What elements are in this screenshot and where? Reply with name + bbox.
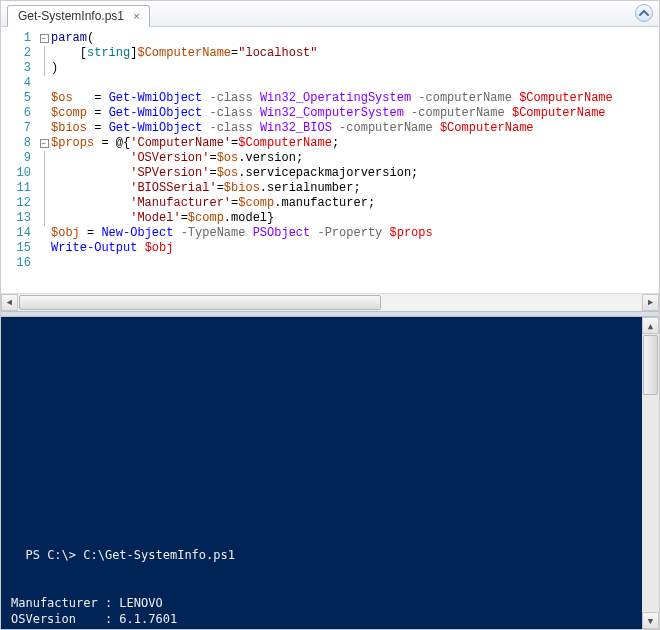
- code-area[interactable]: param( [string]$ComputerName="localhost"…: [51, 27, 659, 293]
- scroll-thumb[interactable]: [19, 295, 381, 310]
- line-number: 4: [1, 76, 37, 91]
- line-number: 15: [1, 241, 37, 256]
- line-number: 5: [1, 91, 37, 106]
- code-line: 'Model'=$comp.model}: [51, 211, 659, 226]
- line-number: 13: [1, 211, 37, 226]
- line-number: 3: [1, 61, 37, 76]
- chevron-up-button[interactable]: [635, 4, 653, 22]
- code-line: 'OSVersion'=$os.version;: [51, 151, 659, 166]
- line-number: 12: [1, 196, 37, 211]
- code-line: 'BIOSSerial'=$bios.serialnumber;: [51, 181, 659, 196]
- fold-toggle-icon[interactable]: −: [40, 139, 49, 148]
- code-line: 'Manufacturer'=$comp.manufacturer;: [51, 196, 659, 211]
- line-number: 8: [1, 136, 37, 151]
- line-number: 10: [1, 166, 37, 181]
- editor-horizontal-scrollbar[interactable]: ◄ ►: [1, 293, 659, 311]
- code-line: $bios = Get-WmiObject -class Win32_BIOS …: [51, 121, 659, 136]
- line-number: 6: [1, 106, 37, 121]
- scroll-up-arrow-icon[interactable]: ▲: [642, 317, 659, 334]
- line-number-gutter: 12345678910111213141516: [1, 27, 37, 293]
- code-line: param(: [51, 31, 659, 46]
- close-icon[interactable]: ×: [130, 10, 143, 23]
- scroll-down-arrow-icon[interactable]: ▼: [642, 612, 659, 629]
- scroll-thumb-vertical[interactable]: [643, 335, 658, 395]
- line-number: 11: [1, 181, 37, 196]
- line-number: 16: [1, 256, 37, 271]
- line-number: 2: [1, 46, 37, 61]
- line-number: 14: [1, 226, 37, 241]
- tab-title: Get-SystemInfo.ps1: [18, 9, 124, 23]
- code-editor[interactable]: 12345678910111213141516 −− param( [strin…: [1, 27, 659, 293]
- scroll-right-arrow-icon[interactable]: ►: [642, 294, 659, 311]
- code-line: $os = Get-WmiObject -class Win32_Operati…: [51, 91, 659, 106]
- chevron-up-icon: [639, 8, 649, 18]
- code-line: [51, 256, 659, 271]
- code-line: $props = @{'ComputerName'=$ComputerName;: [51, 136, 659, 151]
- code-line: [51, 76, 659, 91]
- code-line: $obj = New-Object -TypeName PSObject -Pr…: [51, 226, 659, 241]
- code-line: Write-Output $obj: [51, 241, 659, 256]
- fold-toggle-icon[interactable]: −: [40, 34, 49, 43]
- line-number: 1: [1, 31, 37, 46]
- code-line: $comp = Get-WmiObject -class Win32_Compu…: [51, 106, 659, 121]
- code-line: 'SPVersion'=$os.servicepackmajorversion;: [51, 166, 659, 181]
- line-number: 7: [1, 121, 37, 136]
- scroll-left-arrow-icon[interactable]: ◄: [1, 294, 18, 311]
- code-line: [string]$ComputerName="localhost": [51, 46, 659, 61]
- console-vertical-scrollbar[interactable]: ▲ ▼: [642, 317, 659, 629]
- fold-column: −−: [37, 27, 51, 293]
- powershell-console[interactable]: PS C:\> C:\Get-SystemInfo.ps1 Manufactur…: [1, 317, 659, 629]
- tab-active[interactable]: Get-SystemInfo.ps1 ×: [7, 5, 150, 27]
- tab-bar: Get-SystemInfo.ps1 ×: [1, 1, 659, 27]
- code-line: ): [51, 61, 659, 76]
- line-number: 9: [1, 151, 37, 166]
